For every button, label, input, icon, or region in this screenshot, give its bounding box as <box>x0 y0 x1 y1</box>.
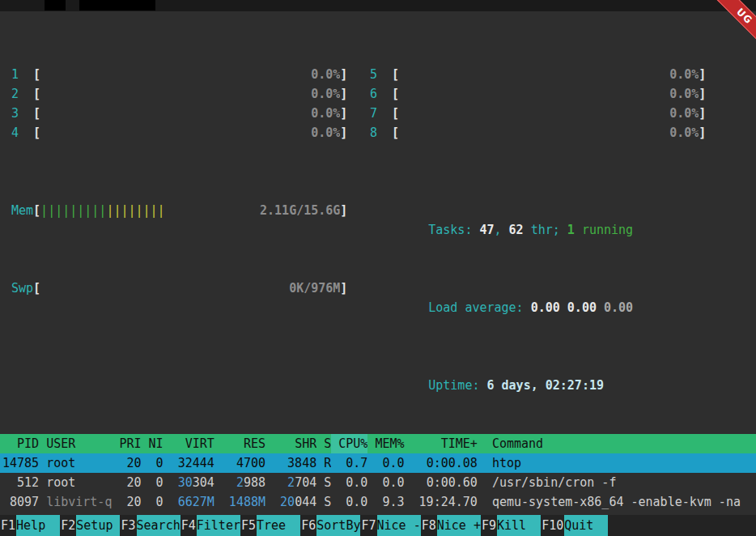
meters-left-column: 1[0.0%]2[0.0%]3[0.0%]4[0.0%] Mem[|||||||… <box>11 26 348 415</box>
meter-close-bracket: ] <box>340 279 347 298</box>
memory-meter-label: Mem <box>11 201 33 220</box>
memory-meter: Mem[|||||||||||||||||2.11G/15.6G] <box>11 201 348 220</box>
user: root <box>39 453 112 473</box>
column-header-shr[interactable]: SHR <box>265 434 316 453</box>
fkey-nice-[interactable]: F7Nice - <box>360 515 420 536</box>
function-key-bar: F1HelpF2SetupF3SearchF4FilterF5TreeF6Sor… <box>0 515 756 536</box>
cpu-time: 0:00.60 <box>405 473 478 492</box>
cpu-percent: 0.0 <box>331 473 367 492</box>
shared-memory: 2704 <box>265 473 316 492</box>
mem-percent: 0.0 <box>367 453 404 473</box>
state: S <box>316 473 331 492</box>
nice: 0 <box>142 492 164 512</box>
load-15min: 0.00 <box>604 300 633 315</box>
meters-right-column: 5[0.0%]6[0.0%]7[0.0%]8[0.0%] Tasks: 47, … <box>370 26 707 415</box>
load-average-label: Load average: <box>428 300 530 315</box>
fkey-tree[interactable]: F5Tree <box>240 515 300 536</box>
cpu-meter-7: 7[0.0%] <box>370 104 707 123</box>
pid: 14785 <box>2 453 39 473</box>
load-5min: 0.00 <box>567 300 604 315</box>
swap-meter-label: Swp <box>11 279 33 298</box>
fkey-help[interactable]: F1Help <box>0 515 60 536</box>
debug-ribbon-label: UG <box>716 0 756 46</box>
running-count: 1 <box>567 223 575 237</box>
uptime-label: Uptime: <box>428 378 486 393</box>
shared-memory: 3848 <box>265 453 316 473</box>
virtual-memory: 30304 <box>164 473 214 492</box>
user: libvirt-q <box>39 492 112 512</box>
cpu-percent: 0.0 <box>331 492 367 512</box>
user: root <box>39 473 112 492</box>
cpu-time: 0:00.08 <box>405 453 478 473</box>
uptime: Uptime: 6 days, 02:27:19 <box>370 356 707 376</box>
mem-percent: 9.3 <box>367 492 404 512</box>
cpu-meter-3: 3[0.0%] <box>11 104 348 123</box>
column-header-virt[interactable]: VIRT <box>164 434 214 453</box>
threads-count: 62 <box>509 223 524 237</box>
fkey-kill[interactable]: F9Kill <box>481 515 541 536</box>
column-header-s[interactable]: S <box>316 434 331 453</box>
nice: 0 <box>142 453 164 473</box>
system-meters: 1[0.0%]2[0.0%]3[0.0%]4[0.0%] Mem[|||||||… <box>0 11 756 415</box>
process-row-512[interactable]: 512root2003030429882704S0.00.00:00.60/us… <box>0 473 756 492</box>
command: htop <box>478 453 756 473</box>
state: R <box>316 453 331 473</box>
column-header-ni[interactable]: NI <box>142 434 164 453</box>
column-header-user[interactable]: USER <box>39 434 112 453</box>
resident-memory: 2988 <box>214 473 265 492</box>
column-header-cpu[interactable]: CPU% <box>331 434 367 453</box>
memory-usage-text: 2.11G/15.6G <box>260 201 340 220</box>
fkey-filter[interactable]: F4Filter <box>181 515 240 536</box>
threads-label: thr; <box>524 223 567 237</box>
process-row-14785[interactable]: 14785root2003244447003848R0.70.00:00.08h… <box>0 453 756 473</box>
resident-memory: 1488M <box>214 492 265 512</box>
tasks-separator: , <box>495 223 509 237</box>
cpu-meter-4: 4[0.0%] <box>11 123 348 143</box>
virtual-memory: 6627M <box>164 492 214 512</box>
cpu-percent: 0.7 <box>331 453 367 473</box>
chrome-fragment <box>45 0 66 11</box>
column-header-pri[interactable]: PRI <box>112 434 141 453</box>
shared-memory: 20044 <box>265 492 316 512</box>
process-table-header[interactable]: PIDUSERPRINIVIRTRESSHRSCPU%MEM%TIME+Comm… <box>0 434 756 453</box>
htop-terminal: UG 1[0.0%]2[0.0%]3[0.0%]4[0.0%] Mem[||||… <box>0 0 756 536</box>
running-label: running <box>575 223 633 237</box>
virtual-memory: 32444 <box>164 453 214 473</box>
window-chrome <box>0 0 756 11</box>
fkey-nice-+[interactable]: F8Nice + <box>421 515 481 536</box>
process-row-8097[interactable]: 8097libvirt-q2006627M1488M20044S0.09.319… <box>0 492 756 512</box>
resident-memory: 4700 <box>214 453 265 473</box>
meter-open-bracket: [ <box>33 279 40 298</box>
chrome-fragment <box>79 0 155 11</box>
fkey-setup[interactable]: F2Setup <box>60 515 120 536</box>
cpu-meter-5: 5[0.0%] <box>370 65 707 84</box>
meter-close-bracket: ] <box>340 201 347 220</box>
cpu-meters-5-8: 5[0.0%]6[0.0%]7[0.0%]8[0.0%] <box>370 65 707 143</box>
tasks-count: 47 <box>479 223 494 237</box>
column-header-mem[interactable]: MEM% <box>367 434 404 453</box>
cpu-time: 19:24.70 <box>405 492 478 512</box>
cpu-meter-8: 8[0.0%] <box>370 123 707 143</box>
column-header-time[interactable]: TIME+ <box>405 434 478 453</box>
cpu-meter-1: 1[0.0%] <box>11 65 348 84</box>
fkey-search[interactable]: F3Search <box>120 515 180 536</box>
memory-usage-bars: ||||||||||||||||| <box>40 201 165 220</box>
tasks-label: Tasks: <box>428 223 479 237</box>
load-1min: 0.00 <box>531 300 567 315</box>
cpu-meter-6: 6[0.0%] <box>370 84 707 104</box>
column-header-res[interactable]: RES <box>214 434 265 453</box>
column-header-command[interactable]: Command <box>478 434 756 453</box>
nice: 0 <box>142 473 164 492</box>
swap-meter: Swp[0K/976M] <box>11 279 348 298</box>
command: /usr/sbin/cron -f <box>478 473 756 492</box>
pid: 512 <box>2 473 39 492</box>
pid: 8097 <box>2 492 39 512</box>
uptime-value: 6 days, 02:27:19 <box>487 378 605 393</box>
fkey-sortby[interactable]: F6SortBy <box>300 515 360 536</box>
fkey-quit[interactable]: F10Quit <box>541 515 608 536</box>
priority: 20 <box>112 473 141 492</box>
cpu-meter-2: 2[0.0%] <box>11 84 348 104</box>
state: S <box>316 492 331 512</box>
column-header-pid[interactable]: PID <box>2 434 39 453</box>
priority: 20 <box>112 492 141 512</box>
